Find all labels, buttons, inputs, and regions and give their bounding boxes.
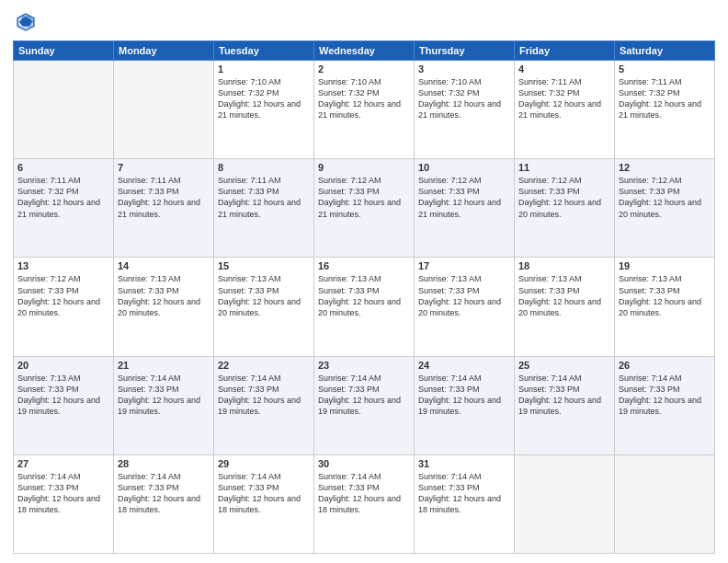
calendar: SundayMondayTuesdayWednesdayThursdayFrid… — [13, 40, 715, 554]
day-number: 17 — [418, 260, 510, 271]
day-info: Sunrise: 7:10 AM Sunset: 7:32 PM Dayligh… — [318, 76, 410, 121]
day-info: Sunrise: 7:14 AM Sunset: 7:33 PM Dayligh… — [619, 373, 711, 418]
day-info: Sunrise: 7:12 AM Sunset: 7:33 PM Dayligh… — [17, 273, 109, 318]
weekday-header-thursday: Thursday — [415, 41, 515, 61]
weekday-header-row: SundayMondayTuesdayWednesdayThursdayFrid… — [14, 41, 715, 61]
weekday-header-monday: Monday — [114, 41, 214, 61]
day-info: Sunrise: 7:13 AM Sunset: 7:33 PM Dayligh… — [619, 273, 711, 318]
day-number: 23 — [318, 360, 410, 371]
day-info: Sunrise: 7:12 AM Sunset: 7:33 PM Dayligh… — [518, 175, 610, 220]
calendar-day-cell: 12Sunrise: 7:12 AM Sunset: 7:33 PM Dayli… — [615, 159, 715, 258]
day-info: Sunrise: 7:12 AM Sunset: 7:33 PM Dayligh… — [418, 175, 510, 220]
day-info: Sunrise: 7:14 AM Sunset: 7:33 PM Dayligh… — [418, 373, 510, 418]
day-info: Sunrise: 7:14 AM Sunset: 7:33 PM Dayligh… — [418, 471, 510, 516]
calendar-day-cell: 1Sunrise: 7:10 AM Sunset: 7:32 PM Daylig… — [214, 61, 314, 159]
calendar-day-cell: 2Sunrise: 7:10 AM Sunset: 7:32 PM Daylig… — [314, 61, 415, 159]
day-info: Sunrise: 7:14 AM Sunset: 7:33 PM Dayligh… — [218, 471, 310, 516]
calendar-day-cell: 26Sunrise: 7:14 AM Sunset: 7:33 PM Dayli… — [615, 356, 715, 454]
calendar-day-cell: 20Sunrise: 7:13 AM Sunset: 7:33 PM Dayli… — [14, 356, 114, 454]
day-number: 28 — [118, 458, 210, 469]
day-number: 9 — [318, 162, 410, 173]
calendar-day-cell: 6Sunrise: 7:11 AM Sunset: 7:32 PM Daylig… — [14, 159, 114, 258]
calendar-day-cell: 13Sunrise: 7:12 AM Sunset: 7:33 PM Dayli… — [14, 258, 114, 356]
day-info: Sunrise: 7:13 AM Sunset: 7:33 PM Dayligh… — [418, 273, 510, 318]
calendar-day-cell: 4Sunrise: 7:11 AM Sunset: 7:32 PM Daylig… — [515, 61, 615, 159]
day-info: Sunrise: 7:13 AM Sunset: 7:33 PM Dayligh… — [218, 273, 310, 318]
calendar-day-cell: 23Sunrise: 7:14 AM Sunset: 7:33 PM Dayli… — [314, 356, 415, 454]
day-info: Sunrise: 7:13 AM Sunset: 7:33 PM Dayligh… — [318, 273, 410, 318]
logo — [13, 9, 42, 35]
calendar-day-cell: 17Sunrise: 7:13 AM Sunset: 7:33 PM Dayli… — [415, 258, 515, 356]
day-number: 11 — [518, 162, 610, 173]
calendar-day-cell: 21Sunrise: 7:14 AM Sunset: 7:33 PM Dayli… — [114, 356, 214, 454]
day-number: 5 — [619, 63, 711, 75]
day-number: 27 — [17, 458, 109, 469]
calendar-day-cell: 29Sunrise: 7:14 AM Sunset: 7:33 PM Dayli… — [214, 454, 314, 553]
day-number: 12 — [619, 162, 711, 173]
day-number: 2 — [318, 63, 410, 75]
calendar-week-row: 27Sunrise: 7:14 AM Sunset: 7:33 PM Dayli… — [14, 454, 715, 553]
calendar-day-cell: 19Sunrise: 7:13 AM Sunset: 7:33 PM Dayli… — [615, 258, 715, 356]
calendar-day-cell — [515, 454, 615, 553]
calendar-day-cell — [114, 61, 214, 159]
day-number: 31 — [418, 458, 510, 469]
calendar-day-cell: 7Sunrise: 7:11 AM Sunset: 7:33 PM Daylig… — [114, 159, 214, 258]
day-number: 20 — [17, 360, 109, 371]
calendar-day-cell: 30Sunrise: 7:14 AM Sunset: 7:33 PM Dayli… — [314, 454, 415, 553]
day-info: Sunrise: 7:14 AM Sunset: 7:33 PM Dayligh… — [118, 373, 210, 418]
weekday-header-saturday: Saturday — [615, 41, 715, 61]
day-info: Sunrise: 7:11 AM Sunset: 7:32 PM Dayligh… — [17, 175, 109, 220]
day-number: 3 — [418, 63, 510, 75]
calendar-week-row: 13Sunrise: 7:12 AM Sunset: 7:33 PM Dayli… — [14, 258, 715, 356]
calendar-day-cell: 14Sunrise: 7:13 AM Sunset: 7:33 PM Dayli… — [114, 258, 214, 356]
day-number: 13 — [17, 260, 109, 271]
calendar-day-cell: 16Sunrise: 7:13 AM Sunset: 7:33 PM Dayli… — [314, 258, 415, 356]
day-info: Sunrise: 7:10 AM Sunset: 7:32 PM Dayligh… — [218, 76, 310, 121]
calendar-day-cell: 3Sunrise: 7:10 AM Sunset: 7:32 PM Daylig… — [415, 61, 515, 159]
day-info: Sunrise: 7:12 AM Sunset: 7:33 PM Dayligh… — [318, 175, 410, 220]
day-number: 10 — [418, 162, 510, 173]
day-number: 4 — [518, 63, 610, 75]
day-info: Sunrise: 7:12 AM Sunset: 7:33 PM Dayligh… — [619, 175, 711, 220]
calendar-day-cell: 27Sunrise: 7:14 AM Sunset: 7:33 PM Dayli… — [14, 454, 114, 553]
day-number: 22 — [218, 360, 310, 371]
calendar-day-cell: 11Sunrise: 7:12 AM Sunset: 7:33 PM Dayli… — [515, 159, 615, 258]
weekday-header-sunday: Sunday — [14, 41, 114, 61]
day-info: Sunrise: 7:11 AM Sunset: 7:32 PM Dayligh… — [518, 76, 610, 121]
day-number: 24 — [418, 360, 510, 371]
day-info: Sunrise: 7:11 AM Sunset: 7:32 PM Dayligh… — [619, 76, 711, 121]
weekday-header-tuesday: Tuesday — [214, 41, 314, 61]
calendar-day-cell: 18Sunrise: 7:13 AM Sunset: 7:33 PM Dayli… — [515, 258, 615, 356]
weekday-header-friday: Friday — [515, 41, 615, 61]
calendar-week-row: 20Sunrise: 7:13 AM Sunset: 7:33 PM Dayli… — [14, 356, 715, 454]
calendar-day-cell: 24Sunrise: 7:14 AM Sunset: 7:33 PM Dayli… — [415, 356, 515, 454]
day-info: Sunrise: 7:14 AM Sunset: 7:33 PM Dayligh… — [318, 373, 410, 418]
day-number: 6 — [17, 162, 109, 173]
calendar-day-cell: 22Sunrise: 7:14 AM Sunset: 7:33 PM Dayli… — [214, 356, 314, 454]
day-info: Sunrise: 7:14 AM Sunset: 7:33 PM Dayligh… — [118, 471, 210, 516]
calendar-day-cell: 10Sunrise: 7:12 AM Sunset: 7:33 PM Dayli… — [415, 159, 515, 258]
day-number: 21 — [118, 360, 210, 371]
day-number: 1 — [218, 63, 310, 75]
calendar-day-cell: 31Sunrise: 7:14 AM Sunset: 7:33 PM Dayli… — [415, 454, 515, 553]
day-number: 16 — [318, 260, 410, 271]
calendar-day-cell — [14, 61, 114, 159]
day-info: Sunrise: 7:13 AM Sunset: 7:33 PM Dayligh… — [118, 273, 210, 318]
calendar-week-row: 1Sunrise: 7:10 AM Sunset: 7:32 PM Daylig… — [14, 61, 715, 159]
day-info: Sunrise: 7:14 AM Sunset: 7:33 PM Dayligh… — [218, 373, 310, 418]
day-info: Sunrise: 7:14 AM Sunset: 7:33 PM Dayligh… — [318, 471, 410, 516]
day-number: 29 — [218, 458, 310, 469]
header — [13, 9, 715, 35]
calendar-week-row: 6Sunrise: 7:11 AM Sunset: 7:32 PM Daylig… — [14, 159, 715, 258]
page: SundayMondayTuesdayWednesdayThursdayFrid… — [0, 0, 728, 563]
day-number: 15 — [218, 260, 310, 271]
calendar-day-cell: 28Sunrise: 7:14 AM Sunset: 7:33 PM Dayli… — [114, 454, 214, 553]
day-number: 14 — [118, 260, 210, 271]
day-info: Sunrise: 7:14 AM Sunset: 7:33 PM Dayligh… — [518, 373, 610, 418]
day-number: 26 — [619, 360, 711, 371]
day-number: 30 — [318, 458, 410, 469]
day-info: Sunrise: 7:11 AM Sunset: 7:33 PM Dayligh… — [118, 175, 210, 220]
day-info: Sunrise: 7:13 AM Sunset: 7:33 PM Dayligh… — [518, 273, 610, 318]
calendar-day-cell: 25Sunrise: 7:14 AM Sunset: 7:33 PM Dayli… — [515, 356, 615, 454]
calendar-day-cell: 9Sunrise: 7:12 AM Sunset: 7:33 PM Daylig… — [314, 159, 415, 258]
